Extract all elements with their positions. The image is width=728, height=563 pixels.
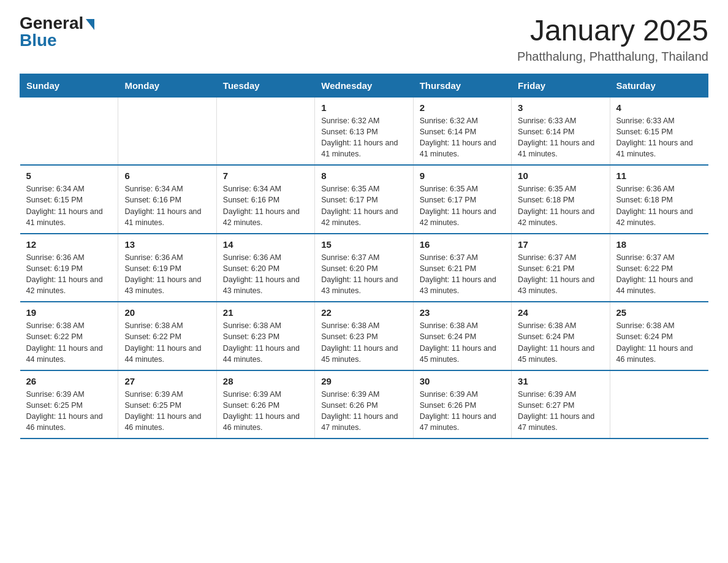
day-number: 14 (223, 239, 308, 250)
calendar-cell: 14Sunrise: 6:36 AM Sunset: 6:20 PM Dayli… (216, 234, 314, 302)
calendar-cell: 5Sunrise: 6:34 AM Sunset: 6:15 PM Daylig… (20, 165, 118, 234)
day-info: Sunrise: 6:38 AM Sunset: 6:23 PM Dayligh… (321, 320, 406, 365)
calendar-cell: 19Sunrise: 6:38 AM Sunset: 6:22 PM Dayli… (20, 302, 118, 370)
calendar-cell: 20Sunrise: 6:38 AM Sunset: 6:22 PM Dayli… (118, 302, 216, 370)
logo: General Blue (20, 15, 94, 49)
calendar-cell: 8Sunrise: 6:35 AM Sunset: 6:17 PM Daylig… (315, 165, 413, 234)
day-info: Sunrise: 6:39 AM Sunset: 6:26 PM Dayligh… (223, 389, 308, 434)
day-number: 3 (518, 102, 603, 113)
calendar-cell: 13Sunrise: 6:36 AM Sunset: 6:19 PM Dayli… (118, 234, 216, 302)
day-info: Sunrise: 6:34 AM Sunset: 6:16 PM Dayligh… (223, 183, 308, 228)
calendar-cell: 30Sunrise: 6:39 AM Sunset: 6:26 PM Dayli… (413, 370, 511, 439)
calendar-cell (20, 97, 118, 165)
calendar-cell: 22Sunrise: 6:38 AM Sunset: 6:23 PM Dayli… (315, 302, 413, 370)
calendar-cell: 25Sunrise: 6:38 AM Sunset: 6:24 PM Dayli… (610, 302, 708, 370)
calendar-cell: 9Sunrise: 6:35 AM Sunset: 6:17 PM Daylig… (413, 165, 511, 234)
day-info: Sunrise: 6:39 AM Sunset: 6:26 PM Dayligh… (420, 389, 505, 434)
day-number: 10 (518, 170, 603, 181)
day-number: 22 (321, 307, 406, 318)
day-info: Sunrise: 6:34 AM Sunset: 6:16 PM Dayligh… (124, 183, 210, 228)
day-info: Sunrise: 6:39 AM Sunset: 6:26 PM Dayligh… (321, 389, 406, 434)
day-number: 29 (321, 376, 406, 386)
calendar-cell: 18Sunrise: 6:37 AM Sunset: 6:22 PM Dayli… (610, 234, 708, 302)
calendar-cell: 31Sunrise: 6:39 AM Sunset: 6:27 PM Dayli… (512, 370, 610, 439)
header-day-sunday: Sunday (20, 74, 118, 97)
day-number: 25 (616, 307, 702, 318)
day-info: Sunrise: 6:37 AM Sunset: 6:22 PM Dayligh… (616, 252, 702, 297)
day-info: Sunrise: 6:37 AM Sunset: 6:21 PM Dayligh… (518, 252, 603, 297)
day-number: 26 (26, 376, 112, 386)
day-number: 13 (124, 239, 210, 250)
day-info: Sunrise: 6:33 AM Sunset: 6:14 PM Dayligh… (518, 115, 603, 160)
day-number: 31 (518, 376, 603, 386)
calendar-cell: 3Sunrise: 6:33 AM Sunset: 6:14 PM Daylig… (512, 97, 610, 165)
calendar-header: SundayMondayTuesdayWednesdayThursdayFrid… (20, 74, 708, 97)
week-row-5: 26Sunrise: 6:39 AM Sunset: 6:25 PM Dayli… (20, 370, 708, 439)
day-info: Sunrise: 6:38 AM Sunset: 6:24 PM Dayligh… (616, 320, 702, 365)
day-number: 6 (124, 170, 210, 181)
day-number: 20 (124, 307, 210, 318)
day-info: Sunrise: 6:39 AM Sunset: 6:25 PM Dayligh… (124, 389, 210, 434)
calendar-cell (216, 97, 314, 165)
day-info: Sunrise: 6:35 AM Sunset: 6:18 PM Dayligh… (518, 183, 603, 228)
day-info: Sunrise: 6:32 AM Sunset: 6:13 PM Dayligh… (321, 115, 406, 160)
logo-triangle-icon (86, 19, 94, 30)
location-title: Phatthalung, Phatthalung, Thailand (517, 50, 708, 64)
day-info: Sunrise: 6:38 AM Sunset: 6:22 PM Dayligh… (124, 320, 210, 365)
calendar-cell: 4Sunrise: 6:33 AM Sunset: 6:15 PM Daylig… (610, 97, 708, 165)
day-number: 24 (518, 307, 603, 318)
day-info: Sunrise: 6:36 AM Sunset: 6:20 PM Dayligh… (223, 252, 308, 297)
calendar-cell: 11Sunrise: 6:36 AM Sunset: 6:18 PM Dayli… (610, 165, 708, 234)
calendar-cell: 16Sunrise: 6:37 AM Sunset: 6:21 PM Dayli… (413, 234, 511, 302)
calendar-cell: 28Sunrise: 6:39 AM Sunset: 6:26 PM Dayli… (216, 370, 314, 439)
week-row-3: 12Sunrise: 6:36 AM Sunset: 6:19 PM Dayli… (20, 234, 708, 302)
calendar-cell: 21Sunrise: 6:38 AM Sunset: 6:23 PM Dayli… (216, 302, 314, 370)
day-info: Sunrise: 6:38 AM Sunset: 6:24 PM Dayligh… (420, 320, 505, 365)
month-title: January 2025 (517, 15, 708, 47)
day-number: 12 (26, 239, 112, 250)
week-row-1: 1Sunrise: 6:32 AM Sunset: 6:13 PM Daylig… (20, 97, 708, 165)
day-number: 2 (420, 102, 505, 113)
day-info: Sunrise: 6:34 AM Sunset: 6:15 PM Dayligh… (26, 183, 112, 228)
calendar-cell: 1Sunrise: 6:32 AM Sunset: 6:13 PM Daylig… (315, 97, 413, 165)
calendar-table: SundayMondayTuesdayWednesdayThursdayFrid… (20, 74, 708, 440)
calendar-cell: 17Sunrise: 6:37 AM Sunset: 6:21 PM Dayli… (512, 234, 610, 302)
day-info: Sunrise: 6:38 AM Sunset: 6:22 PM Dayligh… (26, 320, 112, 365)
calendar-cell (610, 370, 708, 439)
header-day-thursday: Thursday (413, 74, 511, 97)
calendar-cell: 15Sunrise: 6:37 AM Sunset: 6:20 PM Dayli… (315, 234, 413, 302)
day-info: Sunrise: 6:35 AM Sunset: 6:17 PM Dayligh… (420, 183, 505, 228)
day-info: Sunrise: 6:35 AM Sunset: 6:17 PM Dayligh… (321, 183, 406, 228)
day-number: 16 (420, 239, 505, 250)
day-number: 15 (321, 239, 406, 250)
day-info: Sunrise: 6:33 AM Sunset: 6:15 PM Dayligh… (616, 115, 702, 160)
day-number: 27 (124, 376, 210, 386)
calendar-cell: 23Sunrise: 6:38 AM Sunset: 6:24 PM Dayli… (413, 302, 511, 370)
week-row-4: 19Sunrise: 6:38 AM Sunset: 6:22 PM Dayli… (20, 302, 708, 370)
title-section: January 2025 Phatthalung, Phatthalung, T… (517, 15, 708, 64)
header-row: SundayMondayTuesdayWednesdayThursdayFrid… (20, 74, 708, 97)
day-info: Sunrise: 6:37 AM Sunset: 6:21 PM Dayligh… (420, 252, 505, 297)
calendar-cell: 7Sunrise: 6:34 AM Sunset: 6:16 PM Daylig… (216, 165, 314, 234)
day-number: 1 (321, 102, 406, 113)
day-number: 5 (26, 170, 112, 181)
calendar-cell: 12Sunrise: 6:36 AM Sunset: 6:19 PM Dayli… (20, 234, 118, 302)
logo-general: General (20, 15, 83, 32)
day-number: 7 (223, 170, 308, 181)
calendar-cell: 2Sunrise: 6:32 AM Sunset: 6:14 PM Daylig… (413, 97, 511, 165)
header-day-tuesday: Tuesday (216, 74, 314, 97)
day-number: 30 (420, 376, 505, 386)
calendar-cell: 26Sunrise: 6:39 AM Sunset: 6:25 PM Dayli… (20, 370, 118, 439)
calendar-cell: 24Sunrise: 6:38 AM Sunset: 6:24 PM Dayli… (512, 302, 610, 370)
header-day-wednesday: Wednesday (315, 74, 413, 97)
day-number: 21 (223, 307, 308, 318)
day-number: 4 (616, 102, 702, 113)
day-info: Sunrise: 6:36 AM Sunset: 6:18 PM Dayligh… (616, 183, 702, 228)
header-day-friday: Friday (512, 74, 610, 97)
header-day-monday: Monday (118, 74, 216, 97)
day-number: 18 (616, 239, 702, 250)
day-number: 11 (616, 170, 702, 181)
day-info: Sunrise: 6:39 AM Sunset: 6:25 PM Dayligh… (26, 389, 112, 434)
day-info: Sunrise: 6:36 AM Sunset: 6:19 PM Dayligh… (124, 252, 210, 297)
calendar-cell (118, 97, 216, 165)
